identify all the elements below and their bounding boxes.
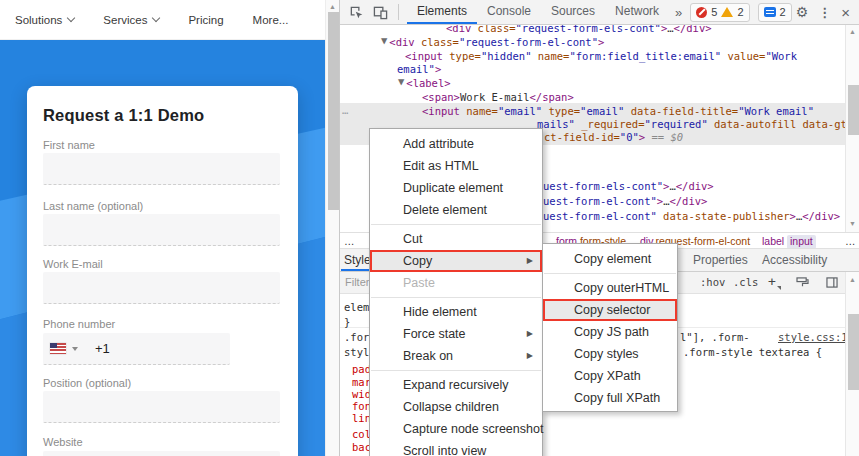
dom-tree-line[interactable]: uest-form-el-cont" data-state-publisher>…	[543, 210, 840, 224]
css-rule-line[interactable]: style.css:1	[778, 331, 845, 345]
code-token: value=	[721, 50, 765, 62]
breadcrumb-item[interactable]: …	[344, 235, 355, 249]
issues-badge[interactable]: 2	[758, 3, 792, 22]
styles-scrollbar[interactable]: ▲	[845, 272, 859, 456]
code-token: "email"	[498, 105, 542, 117]
tab-properties[interactable]: Properties	[693, 253, 748, 267]
code-token: </div>	[669, 195, 707, 207]
us-flag-icon[interactable]	[50, 343, 66, 354]
dom-tree-line[interactable]: uest-form-els-cont">…</div>	[543, 180, 714, 194]
menu-item-scroll-into-view[interactable]: Scroll into view	[370, 440, 542, 456]
breadcrumb-item[interactable]: …	[845, 235, 856, 249]
dom-tree-line[interactable]: <input type="hidden" name="form:field_ti…	[405, 50, 797, 64]
nav-item-services[interactable]: Services	[103, 14, 159, 26]
nav-item-label: Pricing	[188, 14, 223, 26]
menu-item-cut[interactable]: Cut	[370, 228, 542, 250]
dom-tree-line[interactable]: …	[342, 104, 348, 118]
device-toolbar-icon[interactable]	[373, 5, 388, 20]
dock-sidebar-icon[interactable]	[826, 277, 838, 290]
dom-tree-line[interactable]: ▼<label>	[398, 77, 451, 91]
menu-item-hide-element[interactable]: Hide element	[370, 301, 542, 323]
code-token: data-autofill	[708, 118, 797, 130]
code-token: <span>	[422, 91, 460, 103]
work-e-mail-input[interactable]	[43, 272, 280, 304]
devtools-tab-elements[interactable]: Elements	[407, 0, 477, 24]
scroll-up-icon[interactable]: ▲	[849, 28, 856, 35]
devtools-tab-network[interactable]: Network	[605, 0, 669, 24]
menu-separator	[544, 273, 676, 274]
code-token: <label>	[406, 77, 450, 89]
position-optional-input[interactable]	[43, 391, 280, 423]
stylesheet-link[interactable]: style.css:1	[778, 331, 845, 343]
code-token: "Work	[765, 50, 797, 62]
dom-tree-line[interactable]: ▼<div class="request-form-el-cont">	[381, 36, 604, 50]
new-style-rule-icon[interactable]: +	[768, 274, 776, 289]
errors-warnings-badge[interactable]: 5 2	[690, 3, 749, 22]
devtools-tab-console[interactable]: Console	[477, 0, 541, 24]
copy-submenu: Copy elementCopy outerHTMLCopy selectorC…	[542, 243, 678, 412]
dom-tree-line[interactable]: <span>Work E-mail</span>	[422, 91, 574, 105]
website-input[interactable]	[43, 451, 280, 456]
rendering-icon[interactable]	[796, 277, 809, 290]
nav-item-solutions[interactable]: Solutions	[15, 14, 74, 26]
scroll-up-icon[interactable]: ▲	[849, 276, 856, 283]
new-rule-dropdown-icon[interactable]	[777, 286, 781, 290]
menu-item-expand-recursively[interactable]: Expand recursively	[370, 374, 542, 396]
dom-tree-line[interactable]: uest-form-el-cont">…</div>	[543, 195, 707, 209]
more-tabs-icon[interactable]: »	[675, 5, 682, 20]
menu-item-delete-element[interactable]: Delete element	[370, 199, 542, 221]
scroll-down-icon[interactable]: ▼	[849, 220, 856, 227]
dom-tree-line[interactable]: mails" _required="required" data-autofil…	[537, 118, 845, 132]
menu-item-force-state[interactable]: Force state▶	[370, 323, 542, 345]
page-scrollbar[interactable]: ▲	[325, 0, 339, 456]
breadcrumb-item[interactable]: label	[762, 235, 784, 249]
css-rule-line[interactable]: .form-style textarea {	[683, 346, 822, 360]
devtools-tab-sources[interactable]: Sources	[541, 0, 605, 24]
first-name-input[interactable]	[43, 153, 280, 185]
chevron-down-icon	[152, 14, 160, 22]
chevron-down-icon[interactable]	[72, 347, 78, 351]
css-rule-line[interactable]: }	[344, 316, 350, 330]
menu-item-copy-outerhtml[interactable]: Copy outerHTML	[543, 277, 677, 299]
menu-item-add-attribute[interactable]: Add attribute	[370, 133, 542, 155]
inspect-element-icon[interactable]	[349, 5, 364, 20]
menu-item-copy-selector[interactable]: Copy selector	[543, 299, 677, 321]
devtools-toolbar: ElementsConsoleSourcesNetwork » 5 2 2 ⚙ …	[340, 0, 859, 25]
nav-item-more[interactable]: More...	[253, 14, 289, 26]
code-token: "form:field_title:email"	[569, 50, 721, 62]
dom-tree-line[interactable]: <div class="request-form-els-cont">…</di…	[446, 25, 712, 36]
menu-item-collapse-children[interactable]: Collapse children	[370, 396, 542, 418]
devtools-menu-icon[interactable]: ⋮	[818, 5, 831, 20]
dom-tree-line[interactable]: ct-field-id="0"> == $0	[544, 131, 683, 145]
phone-number-input[interactable]: +1	[43, 333, 230, 365]
css-rule-line[interactable]: l"], .form-	[680, 331, 750, 345]
close-devtools-icon[interactable]: ×	[841, 4, 850, 21]
code-token: input	[790, 235, 813, 247]
scroll-up-icon[interactable]: ▲	[329, 3, 336, 10]
breadcrumb-item[interactable]: input	[787, 235, 816, 249]
elements-scrollbar[interactable]: ▲ ▼	[845, 25, 859, 232]
menu-item-copy-full-xpath[interactable]: Copy full XPath	[543, 387, 677, 409]
menu-item-edit-as-html[interactable]: Edit as HTML	[370, 155, 542, 177]
settings-gear-icon[interactable]: ⚙	[796, 4, 809, 20]
scrollbar-thumb[interactable]	[328, 12, 339, 210]
class-toggle[interactable]: .cls	[733, 276, 758, 288]
tab-accessibility[interactable]: Accessibility	[762, 253, 827, 267]
scrollbar-thumb[interactable]	[848, 314, 859, 390]
dom-tree-line[interactable]: <input name="email" type="email" data-fi…	[422, 105, 814, 119]
last-name-optional-input[interactable]	[43, 214, 280, 246]
scrollbar-thumb[interactable]	[848, 85, 859, 135]
site-page: SolutionsServicesPricingMore... Request …	[0, 0, 339, 456]
menu-item-copy-styles[interactable]: Copy styles	[543, 343, 677, 365]
filter-input[interactable]: Filter	[345, 276, 369, 288]
menu-item-copy-xpath[interactable]: Copy XPath	[543, 365, 677, 387]
menu-item-copy[interactable]: Copy▶	[370, 250, 542, 272]
menu-item-break-on[interactable]: Break on▶	[370, 345, 542, 367]
menu-item-copy-element[interactable]: Copy element	[543, 248, 677, 270]
menu-item-capture-node-screenshot[interactable]: Capture node screenshot	[370, 418, 542, 440]
menu-item-copy-js-path[interactable]: Copy JS path	[543, 321, 677, 343]
hover-state-toggle[interactable]: :hov	[700, 276, 725, 288]
menu-item-duplicate-element[interactable]: Duplicate element	[370, 177, 542, 199]
submenu-arrow-icon: ▶	[527, 250, 533, 272]
nav-item-pricing[interactable]: Pricing	[188, 14, 223, 26]
